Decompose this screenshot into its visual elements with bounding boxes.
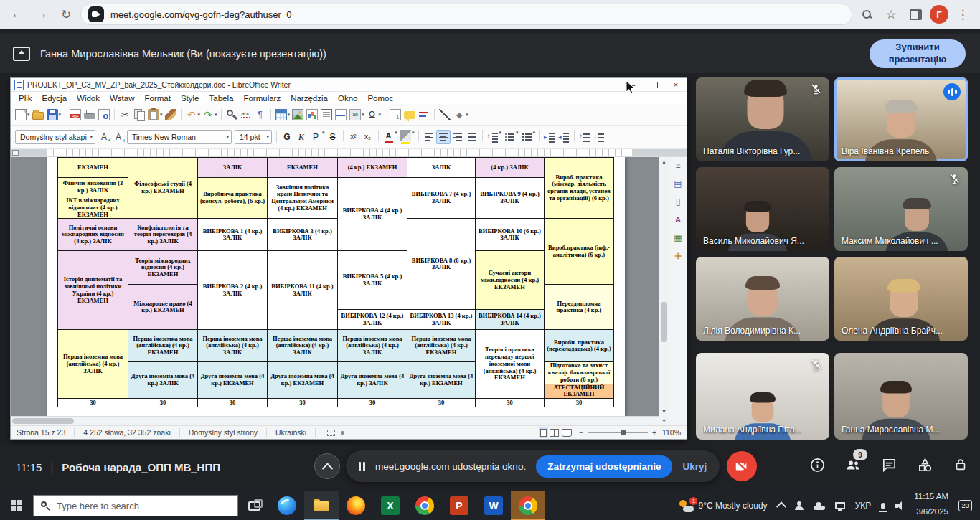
menu-item[interactable]: Format bbox=[140, 94, 176, 103]
curriculum-cell[interactable]: 30 bbox=[338, 399, 407, 407]
word-button[interactable]: W bbox=[476, 491, 511, 520]
bullet-list-icon[interactable] bbox=[502, 130, 517, 144]
sidebar-settings-icon[interactable]: ≡ bbox=[672, 159, 684, 172]
tab-stop-selector[interactable] bbox=[12, 150, 19, 156]
language-indicator[interactable]: УКР bbox=[850, 491, 877, 520]
curriculum-cell[interactable]: 30 bbox=[545, 399, 614, 407]
chrome-button[interactable] bbox=[407, 491, 442, 520]
scroll-up-button[interactable]: ▲ bbox=[659, 157, 669, 166]
participant-tile[interactable]: Ганна Мирославівна М... bbox=[834, 353, 968, 440]
curriculum-cell[interactable]: Друга іноземна мова (4 кр.) ЗАЛІК bbox=[128, 362, 198, 399]
curriculum-cell[interactable]: 30 bbox=[407, 399, 476, 407]
participant-tile[interactable]: Віра Іванівна Крепель bbox=[834, 77, 968, 161]
paste-icon[interactable] bbox=[146, 108, 161, 122]
h-scroll-thumb[interactable] bbox=[12, 418, 74, 424]
highlight-color-icon[interactable] bbox=[398, 130, 413, 144]
undo-icon[interactable]: ↶ bbox=[184, 108, 199, 122]
superscript-icon[interactable]: x² bbox=[347, 130, 361, 144]
menu-item[interactable]: Tabela bbox=[204, 94, 239, 103]
curriculum-cell[interactable]: ЕКЗАМЕН bbox=[58, 158, 128, 178]
navigator-icon[interactable]: ◈ bbox=[672, 249, 684, 262]
numbered-list-icon[interactable] bbox=[519, 130, 534, 144]
new-document-icon[interactable] bbox=[14, 108, 28, 122]
curriculum-cell[interactable]: Переддипломна практика (4 кр.) bbox=[545, 285, 614, 330]
task-view-button[interactable] bbox=[238, 491, 270, 520]
curriculum-cell[interactable]: Політичні основи міжнародних відносин (4… bbox=[58, 219, 128, 251]
curriculum-cell[interactable]: АТЕСТАЦІЙНИЙ ЕКЗАМЕН bbox=[545, 384, 614, 399]
zoom-in-button[interactable]: + bbox=[652, 429, 656, 437]
excel-button[interactable]: X bbox=[373, 491, 407, 520]
participant-tile[interactable]: Наталія Вікторівна Гур... bbox=[696, 77, 829, 161]
tray-expand-button[interactable] bbox=[773, 491, 790, 520]
curriculum-cell[interactable]: Виробн. практика (перекладацька) (4 кр.) bbox=[545, 330, 614, 362]
update-style-icon[interactable]: A✓ bbox=[97, 130, 111, 144]
stop-share-button[interactable]: Zatrzymaj udostępnianie bbox=[536, 455, 672, 478]
insert-field-icon[interactable] bbox=[348, 108, 362, 122]
close-button[interactable]: × bbox=[665, 78, 687, 91]
curriculum-cell[interactable]: Історія дипломатії та зовнішньої політик… bbox=[58, 251, 128, 330]
insert-comment-icon[interactable] bbox=[402, 108, 417, 122]
curriculum-cell[interactable]: Сучасні актори міжн.відносин (4 кр.) ЕКЗ… bbox=[476, 251, 545, 310]
curriculum-cell[interactable]: Перша іноземна мова (англійська) (4 кр.)… bbox=[407, 330, 476, 362]
clone-formatting-icon[interactable] bbox=[164, 108, 178, 122]
forward-button[interactable]: → bbox=[32, 4, 52, 24]
curriculum-cell[interactable]: 30 bbox=[128, 399, 198, 407]
curriculum-cell[interactable]: ЕКЗАМЕН bbox=[268, 158, 338, 178]
justify-icon[interactable] bbox=[465, 130, 479, 144]
curriculum-cell[interactable]: ВИБІРКОВА 12 (4 кр.) ЗАЛІК bbox=[338, 310, 407, 330]
curriculum-cell[interactable]: Перша іноземна мова (англійська) (4 кр.)… bbox=[128, 330, 198, 362]
curriculum-cell[interactable]: Міжнародне право (4 кр.) ЕКЗАМЕН bbox=[128, 285, 198, 330]
search-box[interactable]: Type here to search bbox=[33, 495, 238, 516]
share-collapse-button[interactable] bbox=[314, 453, 340, 479]
curriculum-cell[interactable]: ВИБІРКОВА 10 (6 кр.) ЗАЛІК bbox=[476, 219, 545, 251]
status-page[interactable]: Strona 15 z 23 bbox=[17, 428, 65, 437]
v-scroll-thumb[interactable] bbox=[661, 302, 667, 342]
spelling-icon[interactable]: abc bbox=[239, 108, 253, 122]
indent-decrease-icon[interactable] bbox=[557, 130, 571, 144]
curriculum-cell[interactable]: Фізичне виховання (3 кр.) ЗАЛІК bbox=[58, 178, 128, 197]
curriculum-cell[interactable]: Перша іноземна мова (англійська) (4 кр.)… bbox=[268, 330, 338, 362]
curriculum-cell[interactable]: Вироб.практика (інф.-аналітична) (6 кр.) bbox=[545, 219, 614, 285]
curriculum-cell[interactable]: Теорія і практика перекладу першої інозе… bbox=[476, 330, 545, 399]
notification-center-button[interactable]: 20 bbox=[953, 491, 977, 520]
profile-avatar[interactable]: Г bbox=[930, 5, 948, 24]
strikethrough-icon[interactable]: S bbox=[326, 130, 340, 144]
redo-icon[interactable]: ↷ bbox=[201, 108, 215, 122]
file-explorer-button[interactable] bbox=[304, 491, 339, 520]
insert-image-icon[interactable] bbox=[291, 108, 305, 122]
menu-item[interactable]: Plik bbox=[14, 94, 37, 103]
view-single-page-icon[interactable] bbox=[540, 429, 547, 437]
microphone-tray-icon[interactable] bbox=[876, 491, 890, 520]
curriculum-cell[interactable]: ІКТ в міжнародних відносинах (4 кр.) ЕКЗ… bbox=[58, 197, 128, 219]
paragraph-style-combo[interactable]: Domyślny styl akapitu▾ bbox=[15, 130, 95, 144]
curriculum-cell[interactable]: Друга іноземна мова (4 кр.) ЗАЛІК bbox=[338, 362, 407, 399]
print-preview-icon[interactable] bbox=[97, 108, 111, 122]
people-button[interactable]: 9 bbox=[844, 455, 862, 474]
special-character-icon[interactable]: Ω bbox=[365, 108, 380, 122]
curriculum-cell[interactable]: ЗАЛІК bbox=[407, 158, 476, 178]
menu-item[interactable]: Widok bbox=[72, 94, 105, 103]
tray-account-icon[interactable] bbox=[790, 491, 809, 520]
curriculum-cell[interactable]: ВИБІРКОВА 2 (4 кр.) ЗАЛІК bbox=[198, 251, 268, 330]
document-canvas[interactable]: ЕКЗАМЕНФілософські студії (4 кр.) ЕКЗАМЕ… bbox=[11, 157, 659, 425]
selection-mode-icon[interactable] bbox=[327, 430, 335, 436]
search-input[interactable]: Type here to search bbox=[57, 501, 139, 511]
v-scrollbar[interactable]: ▲ ▼ ⏷ bbox=[659, 157, 669, 425]
participant-tile[interactable]: Милана Андріївна Піта... bbox=[696, 353, 829, 440]
document-page[interactable]: ЕКЗАМЕНФілософські студії (4 кр.) ЕКЗАМЕ… bbox=[47, 157, 625, 417]
font-color-icon[interactable]: A bbox=[382, 130, 396, 144]
curriculum-cell[interactable]: Перша іноземна мова (англійська) (4 кр.)… bbox=[198, 330, 268, 362]
start-button[interactable] bbox=[0, 491, 33, 520]
reload-button[interactable]: ↻ bbox=[56, 4, 76, 24]
para-space-decrease-icon[interactable] bbox=[592, 130, 606, 144]
chrome-active-button[interactable] bbox=[511, 491, 545, 520]
curriculum-cell[interactable]: 30 bbox=[476, 399, 545, 407]
font-name-combo[interactable]: Times New Roman▾ bbox=[127, 130, 232, 144]
zoom-slider-thumb[interactable] bbox=[621, 430, 626, 435]
status-word-count[interactable]: 4 252 słowa, 32 352 znaki bbox=[83, 428, 170, 437]
curriculum-cell[interactable]: ВИБІРКОВА 7 (4 кр.) ЗАЛІК bbox=[407, 178, 476, 219]
curriculum-cell[interactable]: Філософські студії (4 кр.) ЕКЗАМЕН bbox=[128, 158, 198, 219]
new-style-icon[interactable]: A+ bbox=[111, 130, 126, 144]
onedrive-icon[interactable] bbox=[809, 491, 830, 520]
menu-item[interactable]: Style bbox=[176, 94, 204, 103]
